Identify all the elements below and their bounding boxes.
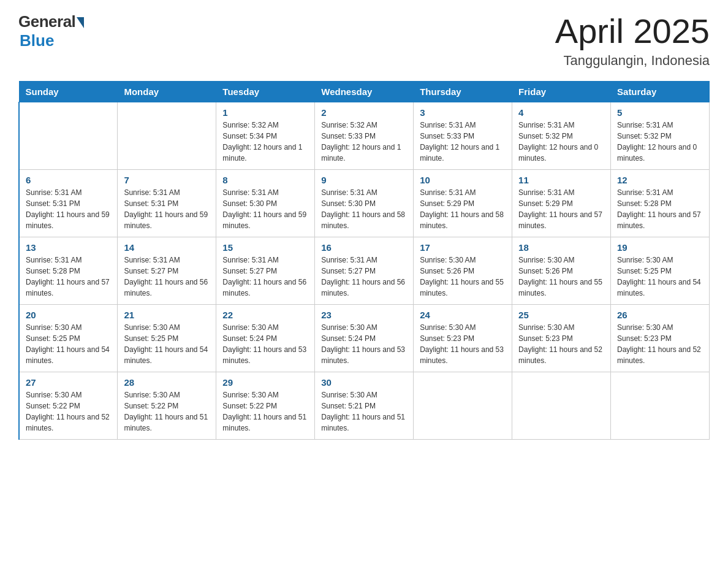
calendar-week-row: 27Sunrise: 5:30 AM Sunset: 5:22 PM Dayli… — [19, 372, 710, 439]
table-row: 7Sunrise: 5:31 AM Sunset: 5:31 PM Daylig… — [118, 169, 216, 237]
day-info: Sunrise: 5:30 AM Sunset: 5:26 PM Dayligh… — [420, 255, 506, 299]
table-row: 24Sunrise: 5:30 AM Sunset: 5:23 PM Dayli… — [414, 304, 512, 372]
day-number: 7 — [124, 175, 210, 185]
day-number: 8 — [222, 175, 308, 185]
logo-general-text: General — [18, 12, 75, 31]
day-info: Sunrise: 5:31 AM Sunset: 5:32 PM Dayligh… — [617, 120, 703, 164]
table-row: 21Sunrise: 5:30 AM Sunset: 5:25 PM Dayli… — [118, 304, 216, 372]
day-info: Sunrise: 5:30 AM Sunset: 5:21 PM Dayligh… — [321, 389, 407, 434]
table-row: 26Sunrise: 5:30 AM Sunset: 5:23 PM Dayli… — [611, 304, 710, 372]
day-number: 17 — [420, 242, 506, 253]
day-info: Sunrise: 5:31 AM Sunset: 5:27 PM Dayligh… — [222, 255, 308, 299]
day-number: 10 — [420, 175, 506, 185]
day-number: 13 — [26, 242, 111, 253]
calendar-week-row: 13Sunrise: 5:31 AM Sunset: 5:28 PM Dayli… — [19, 237, 710, 304]
table-row — [118, 102, 216, 169]
calendar-table: Sunday Monday Tuesday Wednesday Thursday… — [18, 81, 710, 440]
day-number: 24 — [420, 310, 506, 320]
day-info: Sunrise: 5:31 AM Sunset: 5:30 PM Dayligh… — [321, 187, 407, 231]
location-title: Tanggulangin, Indonesia — [555, 53, 710, 69]
table-row: 27Sunrise: 5:30 AM Sunset: 5:22 PM Dayli… — [19, 372, 118, 439]
table-row: 19Sunrise: 5:30 AM Sunset: 5:25 PM Dayli… — [611, 237, 710, 304]
day-number: 18 — [518, 242, 604, 253]
day-number: 11 — [518, 175, 604, 185]
day-info: Sunrise: 5:31 AM Sunset: 5:27 PM Dayligh… — [321, 255, 407, 299]
day-info: Sunrise: 5:30 AM Sunset: 5:25 PM Dayligh… — [124, 322, 210, 366]
table-row — [414, 372, 512, 439]
logo-triangle-icon — [77, 17, 84, 28]
table-row: 10Sunrise: 5:31 AM Sunset: 5:29 PM Dayli… — [414, 169, 512, 237]
col-thursday: Thursday — [414, 81, 512, 102]
day-info: Sunrise: 5:32 AM Sunset: 5:34 PM Dayligh… — [222, 120, 308, 164]
day-info: Sunrise: 5:31 AM Sunset: 5:28 PM Dayligh… — [26, 255, 111, 299]
day-info: Sunrise: 5:31 AM Sunset: 5:33 PM Dayligh… — [420, 120, 506, 164]
day-number: 5 — [617, 107, 703, 118]
day-number: 27 — [26, 377, 111, 388]
table-row: 15Sunrise: 5:31 AM Sunset: 5:27 PM Dayli… — [216, 237, 315, 304]
table-row: 23Sunrise: 5:30 AM Sunset: 5:24 PM Dayli… — [315, 304, 414, 372]
table-row: 22Sunrise: 5:30 AM Sunset: 5:24 PM Dayli… — [216, 304, 315, 372]
table-row: 17Sunrise: 5:30 AM Sunset: 5:26 PM Dayli… — [414, 237, 512, 304]
day-number: 29 — [222, 377, 308, 388]
table-row: 5Sunrise: 5:31 AM Sunset: 5:32 PM Daylig… — [611, 102, 710, 169]
col-monday: Monday — [118, 81, 216, 102]
day-number: 28 — [124, 377, 210, 388]
day-info: Sunrise: 5:32 AM Sunset: 5:33 PM Dayligh… — [321, 120, 407, 164]
day-number: 26 — [617, 310, 703, 320]
table-row: 1Sunrise: 5:32 AM Sunset: 5:34 PM Daylig… — [216, 102, 315, 169]
table-row: 20Sunrise: 5:30 AM Sunset: 5:25 PM Dayli… — [19, 304, 118, 372]
month-title: April 2025 — [555, 12, 710, 50]
day-info: Sunrise: 5:31 AM Sunset: 5:28 PM Dayligh… — [617, 187, 703, 231]
day-info: Sunrise: 5:31 AM Sunset: 5:30 PM Dayligh… — [222, 187, 308, 231]
table-row: 12Sunrise: 5:31 AM Sunset: 5:28 PM Dayli… — [611, 169, 710, 237]
day-info: Sunrise: 5:30 AM Sunset: 5:24 PM Dayligh… — [222, 322, 308, 366]
day-number: 9 — [321, 175, 407, 185]
day-number: 19 — [617, 242, 703, 253]
table-row: 13Sunrise: 5:31 AM Sunset: 5:28 PM Dayli… — [19, 237, 118, 304]
day-info: Sunrise: 5:30 AM Sunset: 5:22 PM Dayligh… — [124, 389, 210, 434]
day-info: Sunrise: 5:31 AM Sunset: 5:27 PM Dayligh… — [124, 255, 210, 299]
day-number: 23 — [321, 310, 407, 320]
day-info: Sunrise: 5:30 AM Sunset: 5:22 PM Dayligh… — [26, 389, 111, 434]
day-info: Sunrise: 5:31 AM Sunset: 5:29 PM Dayligh… — [420, 187, 506, 231]
table-row — [512, 372, 611, 439]
logo-blue-text: Blue — [20, 31, 54, 50]
calendar-week-row: 20Sunrise: 5:30 AM Sunset: 5:25 PM Dayli… — [19, 304, 710, 372]
day-info: Sunrise: 5:31 AM Sunset: 5:31 PM Dayligh… — [26, 187, 111, 231]
day-info: Sunrise: 5:30 AM Sunset: 5:25 PM Dayligh… — [26, 322, 111, 366]
table-row: 29Sunrise: 5:30 AM Sunset: 5:22 PM Dayli… — [216, 372, 315, 439]
table-row: 2Sunrise: 5:32 AM Sunset: 5:33 PM Daylig… — [315, 102, 414, 169]
day-info: Sunrise: 5:31 AM Sunset: 5:29 PM Dayligh… — [518, 187, 604, 231]
table-row: 25Sunrise: 5:30 AM Sunset: 5:23 PM Dayli… — [512, 304, 611, 372]
day-number: 20 — [26, 310, 111, 320]
table-row: 30Sunrise: 5:30 AM Sunset: 5:21 PM Dayli… — [315, 372, 414, 439]
day-number: 21 — [124, 310, 210, 320]
table-row: 3Sunrise: 5:31 AM Sunset: 5:33 PM Daylig… — [414, 102, 512, 169]
table-row: 16Sunrise: 5:31 AM Sunset: 5:27 PM Dayli… — [315, 237, 414, 304]
table-row: 18Sunrise: 5:30 AM Sunset: 5:26 PM Dayli… — [512, 237, 611, 304]
table-row: 8Sunrise: 5:31 AM Sunset: 5:30 PM Daylig… — [216, 169, 315, 237]
day-number: 25 — [518, 310, 604, 320]
calendar-header-row: Sunday Monday Tuesday Wednesday Thursday… — [19, 81, 710, 102]
day-info: Sunrise: 5:30 AM Sunset: 5:23 PM Dayligh… — [420, 322, 506, 366]
day-number: 1 — [222, 107, 308, 118]
day-info: Sunrise: 5:30 AM Sunset: 5:25 PM Dayligh… — [617, 255, 703, 299]
table-row — [19, 102, 118, 169]
day-info: Sunrise: 5:30 AM Sunset: 5:22 PM Dayligh… — [222, 389, 308, 434]
day-number: 15 — [222, 242, 308, 253]
day-number: 12 — [617, 175, 703, 185]
day-number: 4 — [518, 107, 604, 118]
calendar-week-row: 1Sunrise: 5:32 AM Sunset: 5:34 PM Daylig… — [19, 102, 710, 169]
table-row: 9Sunrise: 5:31 AM Sunset: 5:30 PM Daylig… — [315, 169, 414, 237]
day-number: 2 — [321, 107, 407, 118]
day-info: Sunrise: 5:30 AM Sunset: 5:24 PM Dayligh… — [321, 322, 407, 366]
table-row: 6Sunrise: 5:31 AM Sunset: 5:31 PM Daylig… — [19, 169, 118, 237]
col-tuesday: Tuesday — [216, 81, 315, 102]
col-sunday: Sunday — [19, 81, 118, 102]
day-number: 14 — [124, 242, 210, 253]
day-number: 22 — [222, 310, 308, 320]
table-row: 28Sunrise: 5:30 AM Sunset: 5:22 PM Dayli… — [118, 372, 216, 439]
day-info: Sunrise: 5:31 AM Sunset: 5:31 PM Dayligh… — [124, 187, 210, 231]
col-friday: Friday — [512, 81, 611, 102]
table-row: 14Sunrise: 5:31 AM Sunset: 5:27 PM Dayli… — [118, 237, 216, 304]
